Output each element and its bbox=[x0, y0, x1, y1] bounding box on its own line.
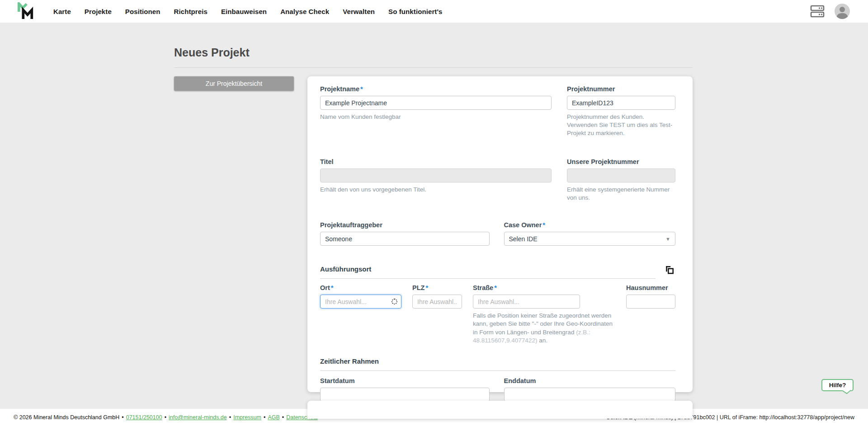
header-actions bbox=[810, 4, 868, 19]
separator-dot: • bbox=[165, 414, 166, 421]
field-projektnummer: Projektnummer Projektnummer des Kunden. … bbox=[567, 85, 675, 138]
unsere-projektnummer-label: Unsere Projektnummer bbox=[567, 158, 675, 165]
titel-label: Titel bbox=[320, 158, 552, 165]
loading-spinner-icon bbox=[392, 299, 397, 304]
nav-item-analyse-check[interactable]: Analyse Check bbox=[280, 8, 329, 15]
field-case-owner: Case Owner* Selen IDE ▼ bbox=[504, 221, 676, 246]
zur-projektuebersicht-button[interactable]: Zur Projektübersicht bbox=[174, 76, 294, 91]
section-zeitlicher-rahmen-header: Zeitlicher Rahmen bbox=[320, 357, 675, 371]
section-ausfuehrungsort-title: Ausführungsort bbox=[320, 265, 656, 273]
startdatum-input[interactable] bbox=[320, 388, 490, 402]
page-title: Neues Projekt bbox=[174, 46, 250, 59]
strasse-label: Straße* bbox=[473, 284, 613, 291]
case-owner-select[interactable]: Selen IDE ▼ bbox=[504, 232, 676, 246]
footer-link-impressum[interactable]: Impressum bbox=[233, 414, 261, 421]
title-divider bbox=[174, 67, 693, 68]
footer-link-email[interactable]: info@mineral-minds.de bbox=[169, 414, 227, 421]
copy-address-button[interactable] bbox=[664, 264, 675, 277]
field-titel: Titel Erhält den von uns vorgegebenen Ti… bbox=[320, 158, 552, 202]
field-projektname: Projektname* Name vom Kunden festlegbar bbox=[320, 85, 552, 138]
separator-dot: • bbox=[282, 414, 284, 421]
section-ausfuehrungsort-title-block: Ausführungsort bbox=[320, 265, 656, 279]
ort-label-text: Ort bbox=[320, 284, 330, 291]
new-project-form-card: Projektname* Name vom Kunden festlegbar … bbox=[307, 76, 693, 392]
ort-input[interactable] bbox=[320, 295, 401, 309]
row-titel-unsere-projektnummer: Titel Erhält den von uns vorgegebenen Ti… bbox=[320, 158, 675, 202]
field-hausnummer: Hausnummer bbox=[626, 284, 675, 345]
hausnummer-label: Hausnummer bbox=[626, 284, 675, 291]
case-owner-selected-value: Selen IDE bbox=[509, 235, 538, 243]
titel-input bbox=[320, 169, 552, 183]
field-startdatum: Startdatum bbox=[320, 377, 490, 402]
required-asterisk: * bbox=[331, 284, 334, 291]
unsere-projektnummer-helper: Erhält eine systemgenerierte Nummer von … bbox=[567, 186, 675, 202]
nav-item-projekte[interactable]: Projekte bbox=[85, 8, 112, 15]
next-form-card-partial bbox=[307, 401, 693, 419]
projektauftraggeber-label: Projektauftraggeber bbox=[320, 221, 490, 229]
copy-icon bbox=[665, 265, 675, 275]
projektname-input[interactable] bbox=[320, 96, 552, 110]
strasse-helper: Falls die Position keiner Straße zugeord… bbox=[473, 312, 613, 345]
nav-item-verwalten[interactable]: Verwalten bbox=[343, 8, 375, 15]
section-ausfuehrungsort-header: Ausführungsort bbox=[320, 265, 675, 279]
separator-dot: • bbox=[122, 414, 123, 421]
projektauftraggeber-input[interactable] bbox=[320, 232, 490, 246]
titel-helper: Erhält den von uns vorgegebenen Titel. bbox=[320, 186, 552, 194]
case-owner-label-text: Case Owner bbox=[504, 221, 542, 229]
section-zeitlicher-rahmen-title: Zeitlicher Rahmen bbox=[320, 357, 675, 365]
projektnummer-input[interactable] bbox=[567, 96, 675, 110]
ort-label: Ort* bbox=[320, 284, 401, 291]
person-icon bbox=[835, 4, 850, 19]
case-owner-label: Case Owner* bbox=[504, 221, 676, 229]
footer-left: © 2026 Mineral Minds Deutschland GmbH • … bbox=[14, 414, 318, 421]
projektname-label-text: Projektname bbox=[320, 85, 359, 93]
row-address: Ort* PLZ* Straße* Falls die Position kei… bbox=[320, 284, 675, 345]
nav-item-richtpreis[interactable]: Richtpreis bbox=[174, 8, 208, 15]
row-auftraggeber-caseowner: Projektauftraggeber Case Owner* Selen ID… bbox=[320, 221, 675, 246]
footer-link-phone[interactable]: 07151/250100 bbox=[126, 414, 162, 421]
copyright-text: © 2026 Mineral Minds Deutschland GmbH bbox=[14, 414, 119, 421]
field-strasse: Straße* Falls die Position keiner Straße… bbox=[473, 284, 613, 345]
field-projektauftraggeber: Projektauftraggeber bbox=[320, 221, 490, 246]
projektnummer-helper: Projektnummer des Kunden. Verwenden Sie … bbox=[567, 113, 675, 138]
unsere-projektnummer-input bbox=[567, 169, 675, 183]
nav-item-positionen[interactable]: Positionen bbox=[125, 8, 160, 15]
hilfe-button[interactable]: Hilfe? bbox=[821, 379, 854, 391]
separator-dot: • bbox=[264, 414, 265, 421]
hausnummer-input[interactable] bbox=[626, 295, 675, 309]
required-asterisk: * bbox=[360, 85, 363, 93]
chevron-down-icon: ▼ bbox=[665, 236, 670, 242]
separator-dot: • bbox=[229, 414, 231, 421]
nav-item-so-funktionierts[interactable]: So funktioniert's bbox=[388, 8, 442, 15]
strasse-label-text: Straße bbox=[473, 284, 493, 291]
plz-label: PLZ* bbox=[412, 284, 462, 291]
required-asterisk: * bbox=[494, 284, 497, 291]
projektname-helper: Name vom Kunden festlegbar bbox=[320, 113, 552, 121]
strasse-input[interactable] bbox=[473, 295, 580, 309]
main-content: Neues Projekt Zur Projektübersicht Proje… bbox=[0, 23, 868, 409]
required-asterisk: * bbox=[542, 221, 545, 229]
field-plz: PLZ* bbox=[412, 284, 462, 345]
enddatum-input[interactable] bbox=[504, 388, 676, 402]
section-divider bbox=[320, 370, 675, 371]
row-projektname-projektnummer: Projektname* Name vom Kunden festlegbar … bbox=[320, 85, 675, 138]
logo-icon bbox=[17, 2, 34, 20]
plz-input[interactable] bbox=[412, 295, 462, 309]
footer-link-agb[interactable]: AGB bbox=[268, 414, 279, 421]
top-nav-bar: Karte Projekte Positionen Richtpreis Ein… bbox=[0, 0, 868, 23]
field-unsere-projektnummer: Unsere Projektnummer Erhält eine systemg… bbox=[567, 158, 675, 202]
server-storage-icon[interactable] bbox=[810, 5, 825, 18]
ort-input-wrap bbox=[320, 295, 401, 309]
user-avatar[interactable] bbox=[835, 4, 850, 19]
field-enddatum: Enddatum bbox=[504, 377, 676, 402]
nav-item-karte[interactable]: Karte bbox=[53, 8, 71, 15]
mineral-minds-logo[interactable] bbox=[17, 2, 34, 20]
projektname-label: Projektname* bbox=[320, 85, 552, 93]
enddatum-label: Enddatum bbox=[504, 377, 676, 384]
strasse-helper-suffix: an. bbox=[537, 337, 547, 344]
required-asterisk: * bbox=[425, 284, 428, 291]
nav-item-einbauweisen[interactable]: Einbauweisen bbox=[221, 8, 267, 15]
startdatum-label: Startdatum bbox=[320, 377, 490, 384]
field-ort: Ort* bbox=[320, 284, 401, 345]
section-divider bbox=[320, 278, 656, 279]
